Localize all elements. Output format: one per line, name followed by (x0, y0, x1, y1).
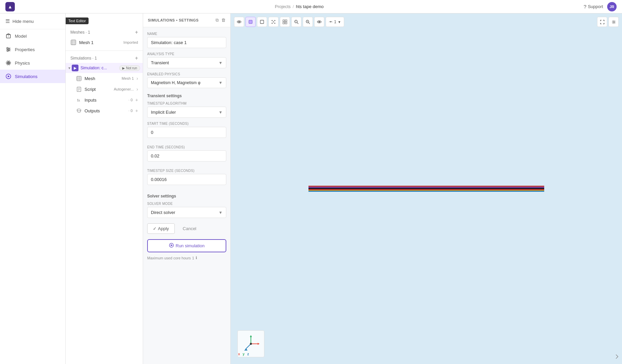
svg-point-28 (77, 109, 80, 111)
vp-wireframe-button[interactable] (257, 17, 267, 27)
hts-tape-visualization (308, 186, 544, 192)
sim-outputs-add[interactable]: + (135, 108, 138, 113)
add-simulation-button[interactable]: + (135, 56, 138, 61)
sim-mesh-label: Mesh (85, 76, 119, 81)
sim-inputs-item[interactable]: fx Inputs · 0 + (66, 95, 143, 105)
timestep-algo-chevron: ▼ (219, 110, 223, 115)
sidebar-item-label-properties: Properties (15, 47, 35, 52)
play-circle-icon (5, 73, 11, 79)
vp-surface-button[interactable] (245, 17, 256, 27)
axis-labels: x y z (238, 352, 249, 356)
sidebar-item-model[interactable]: Model (0, 29, 65, 43)
timestep-algo-group: Timestep algorithm Implicit Euler ▼ (147, 102, 226, 118)
sidebar-item-properties[interactable]: Properties (0, 43, 65, 56)
solver-mode-group: Solver mode Direct solver ▼ (147, 202, 226, 218)
sim-script-icon (76, 86, 82, 92)
sim-script-detail: Autogener... (114, 87, 134, 91)
sim-icon: ▶ (72, 65, 78, 71)
breadcrumb: Projects / hts tape demo (275, 4, 324, 9)
app-logo[interactable]: ▲ (5, 2, 15, 11)
sim-inputs-add[interactable]: + (135, 97, 138, 103)
add-mesh-button[interactable]: + (135, 30, 138, 35)
support-button[interactable]: ? Support (584, 4, 603, 9)
end-time-input[interactable] (147, 150, 226, 161)
vp-eye-button[interactable] (314, 17, 324, 27)
settings-body: Name Analysis type Transient ▼ Enabled p… (143, 27, 230, 265)
viewport-toolbar: 1 ▼ (234, 17, 344, 27)
sim-script-item[interactable]: Script Autogener... › (66, 84, 143, 95)
sidebar-item-label-simulations: Simulations (15, 74, 37, 79)
svg-point-58 (250, 343, 252, 345)
sim-outputs-item[interactable]: Outputs · 0 + (66, 105, 143, 116)
sliders-icon (5, 46, 11, 52)
svg-point-49 (319, 21, 320, 23)
analysis-type-select[interactable]: Transient ▼ (147, 57, 226, 68)
sidebar-item-simulations[interactable]: Simulations (0, 70, 65, 83)
vp-grid-button[interactable] (280, 17, 290, 27)
apply-button[interactable]: ✓ Apply (147, 223, 175, 234)
hide-menu-button[interactable]: ☰ Hide menu (0, 13, 65, 29)
svg-point-31 (238, 21, 240, 23)
svg-rect-40 (285, 20, 287, 22)
simulations-section-header: Simulations · 1 + (66, 53, 143, 63)
delete-icon[interactable]: 🗑 (221, 17, 226, 23)
vp-right-buttons (597, 17, 619, 27)
run-simulation-button[interactable]: Run simulation (147, 239, 226, 252)
info-icon[interactable]: ℹ (196, 256, 197, 260)
end-time-label: End time (seconds) (147, 145, 226, 149)
simulation-row[interactable]: ▼ ▶ Simulation: c... ▶ Not run (66, 63, 143, 73)
svg-point-5 (8, 49, 10, 50)
sim-outputs-icon (76, 108, 82, 114)
vp-zoom-fit-button[interactable] (291, 17, 301, 27)
svg-line-56 (245, 344, 251, 349)
user-avatar[interactable]: JR (607, 2, 617, 11)
name-input[interactable] (147, 37, 226, 48)
sim-mesh-item[interactable]: Mesh Mesh 1 › (66, 73, 143, 84)
enabled-physics-select[interactable]: Magnetism H, Magnetism φ ▼ (147, 77, 226, 88)
sim-chevron-icon[interactable]: ▼ (68, 66, 71, 70)
enabled-physics-group: Enabled physics Magnetism H, Magnetism φ… (147, 72, 226, 88)
mesh-1-item[interactable]: Mesh 1 Imported (66, 37, 143, 48)
timestep-size-input[interactable] (147, 174, 226, 185)
svg-point-38 (273, 22, 274, 23)
mesh-1-badge: Imported (124, 40, 138, 44)
name-label: Name (147, 32, 226, 36)
svg-point-7 (8, 62, 9, 64)
svg-point-4 (7, 47, 8, 49)
vp-settings-button[interactable] (609, 17, 619, 27)
enabled-physics-label: Enabled physics (147, 72, 226, 76)
run-icon (169, 243, 174, 249)
text-editor-badge[interactable]: Text Editor (66, 17, 89, 24)
cancel-button[interactable]: Cancel (178, 223, 201, 234)
left-nav: ☰ Hide menu Model Properties Physics S (0, 13, 66, 364)
timestep-algo-label: Timestep algorithm (147, 102, 226, 105)
core-hours-info: Maximum used core hours 1 ℹ (147, 256, 226, 260)
settings-panel: SIMULATIONS • SETTINGS ⧉ 🗑 Name Analysis… (143, 13, 231, 364)
mesh-1-label: Mesh 1 (79, 40, 121, 45)
svg-point-6 (7, 50, 8, 51)
vp-fullscreen-button[interactable] (597, 17, 607, 27)
sim-outputs-label: Outputs (85, 108, 126, 113)
vp-zoom-out-button[interactable] (303, 17, 313, 27)
timestep-algo-select[interactable]: Implicit Euler ▼ (147, 107, 226, 118)
sidebar-item-physics[interactable]: Physics (0, 56, 65, 70)
vp-resize-icon[interactable] (613, 354, 619, 361)
solver-settings-title: Solver settings (147, 194, 226, 198)
simulations-title: Simulations · 1 (70, 56, 97, 61)
vp-nodes-button[interactable] (268, 17, 279, 27)
viewport: 1 ▼ (231, 13, 622, 364)
settings-title: SIMULATIONS • SETTINGS (148, 18, 199, 22)
copy-icon[interactable]: ⧉ (216, 17, 219, 23)
start-time-input[interactable] (147, 127, 226, 138)
vp-layer-dropdown[interactable]: 1 ▼ (326, 17, 344, 27)
svg-rect-32 (249, 20, 252, 24)
breadcrumb-projects[interactable]: Projects (275, 4, 291, 9)
solver-mode-select[interactable]: Direct solver ▼ (147, 207, 226, 218)
svg-marker-53 (250, 335, 252, 337)
svg-rect-41 (283, 22, 285, 24)
sim-mesh-chevron[interactable]: › (136, 76, 138, 81)
sim-script-chevron[interactable]: › (136, 86, 138, 92)
svg-line-47 (308, 23, 310, 24)
vp-visibility-button[interactable] (234, 17, 244, 27)
sim-name: Simulation: c... (80, 66, 119, 70)
